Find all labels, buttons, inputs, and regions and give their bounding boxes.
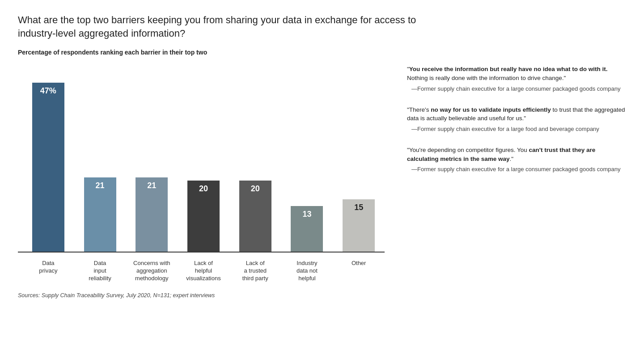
bars-container: 47%212120201315 <box>18 65 385 253</box>
bar-label-data-privacy: Dataprivacy <box>22 256 74 282</box>
bar-value-industry-data-not-helpful: 13 <box>291 210 323 219</box>
quote-block-3: "You're depending on competitor figures.… <box>407 146 626 173</box>
bar-value-data-privacy: 47% <box>32 86 64 96</box>
bar-label-text-helpful-visualizations: Lack ofhelpfulvisualizations <box>186 260 220 282</box>
bar-group-data-privacy: 47% <box>22 65 74 252</box>
bar-group-industry-data-not-helpful: 13 <box>281 65 333 252</box>
bar-label-aggregation-methodology: Concerns withaggregationmethodology <box>126 256 178 282</box>
chart-subtitle: Percentage of respondents ranking each b… <box>18 49 626 56</box>
quote-attribution-2: —Former supply chain executive for a lar… <box>407 125 626 133</box>
bar-label-industry-data-not-helpful: Industrydata nothelpful <box>281 256 333 282</box>
bar-data-input-reliability: 21 <box>84 177 116 252</box>
bar-value-other: 15 <box>343 203 375 212</box>
quote-block-2: "There's no way for us to validate input… <box>407 105 626 133</box>
quote-attribution-3: —Former supply chain executive for a lar… <box>407 165 626 173</box>
bar-label-other: Other <box>333 256 385 282</box>
bar-aggregation-methodology: 21 <box>136 177 168 252</box>
bar-label-helpful-visualizations: Lack ofhelpfulvisualizations <box>178 256 229 282</box>
bar-value-helpful-visualizations: 20 <box>187 184 220 194</box>
quotes-area: "You receive the information but really … <box>398 65 626 186</box>
chart-area: 47%212120201315 DataprivacyDatainputreli… <box>18 65 385 282</box>
bar-group-helpful-visualizations: 20 <box>178 65 229 252</box>
bar-label-data-input-reliability: Datainputreliability <box>74 256 126 282</box>
bar-group-data-input-reliability: 21 <box>74 65 126 252</box>
bar-data-privacy: 47% <box>32 83 64 252</box>
bar-label-text-aggregation-methodology: Concerns withaggregationmethodology <box>133 260 170 282</box>
bar-value-data-input-reliability: 21 <box>84 181 116 190</box>
quote-text-2: "There's no way for us to validate input… <box>407 105 626 123</box>
bar-helpful-visualizations: 20 <box>187 181 220 252</box>
bar-value-trusted-third-party: 20 <box>239 184 271 194</box>
bar-group-other: 15 <box>333 65 385 252</box>
main-question: What are the top two barriers keeping yo… <box>18 13 420 40</box>
quote-text-3: "You're depending on competitor figures.… <box>407 146 626 163</box>
quote-text-1: "You receive the information but really … <box>407 65 626 82</box>
source-line: Sources: Supply Chain Traceability Surve… <box>18 292 626 299</box>
bar-group-aggregation-methodology: 21 <box>126 65 178 252</box>
quote-block-1: "You receive the information but really … <box>407 65 626 93</box>
quote-attribution-1: —Former supply chain executive for a lar… <box>407 85 626 93</box>
bar-label-text-data-privacy: Dataprivacy <box>39 260 57 282</box>
bar-trusted-third-party: 20 <box>239 181 271 252</box>
bar-other: 15 <box>343 199 375 252</box>
bar-label-trusted-third-party: Lack ofa trustedthird party <box>229 256 281 282</box>
bar-value-aggregation-methodology: 21 <box>136 181 168 190</box>
bar-label-text-trusted-third-party: Lack ofa trustedthird party <box>242 260 268 282</box>
bar-group-trusted-third-party: 20 <box>229 65 281 252</box>
content-area: 47%212120201315 DataprivacyDatainputreli… <box>18 65 626 282</box>
labels-row: DataprivacyDatainputreliabilityConcerns … <box>18 256 385 282</box>
bar-label-text-industry-data-not-helpful: Industrydata nothelpful <box>297 260 318 282</box>
bar-label-text-data-input-reliability: Datainputreliability <box>89 260 111 282</box>
bar-industry-data-not-helpful: 13 <box>291 206 323 252</box>
bar-label-text-other: Other <box>352 260 366 282</box>
